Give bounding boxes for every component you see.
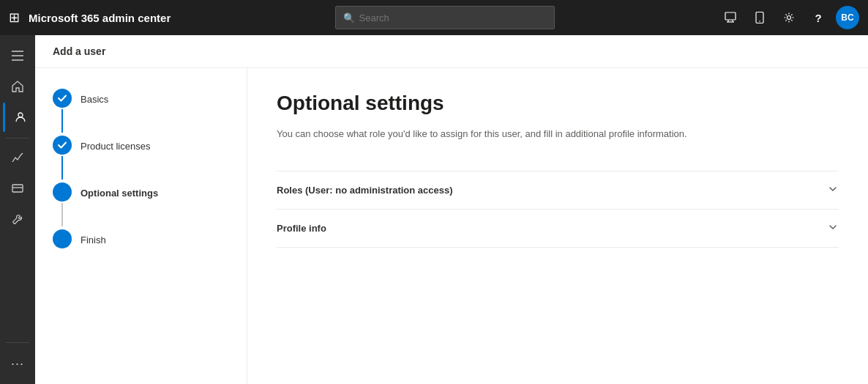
- phone-icon-button[interactable]: [748, 6, 771, 29]
- step-basics-label: Basics: [81, 91, 108, 105]
- help-text: ?: [815, 12, 821, 24]
- step-basics-circle: [53, 89, 72, 108]
- accordion-roles: Roles (User: no administration access): [277, 171, 839, 210]
- step-product-licenses-label: Product licenses: [81, 138, 150, 152]
- accordion-profile-info-label: Profile info: [277, 223, 326, 234]
- accordion-profile-info: Profile info: [277, 210, 839, 248]
- main-content-panel: Optional settings You can choose what ro…: [247, 68, 868, 384]
- svg-point-10: [18, 113, 23, 117]
- page-description: You can choose what role you'd like to a…: [277, 127, 789, 141]
- connector-2: [61, 156, 63, 180]
- sidebar-item-tools[interactable]: [3, 204, 32, 234]
- help-icon-button[interactable]: ?: [807, 6, 830, 29]
- main-layout: ··· Add a user Basics: [0, 35, 868, 384]
- accordion-roles-header[interactable]: Roles (User: no administration access): [277, 183, 839, 197]
- page-breadcrumb: Add a user: [35, 35, 868, 68]
- sidebar-more-divider: [6, 342, 29, 343]
- wizard-steps-panel: Basics Product licenses: [35, 68, 247, 384]
- page-body: Basics Product licenses: [35, 68, 868, 384]
- accordion-roles-label: Roles (User: no administration access): [277, 185, 453, 196]
- step-optional-settings-row: Optional settings: [53, 180, 229, 203]
- sidebar-divider-1: [6, 138, 29, 139]
- sidebar-item-home[interactable]: [3, 72, 32, 101]
- step-basics: Basics: [53, 86, 229, 133]
- accordion-profile-info-chevron-icon: [827, 221, 839, 235]
- page-title: Optional settings: [277, 92, 839, 115]
- sidebar-item-analytics[interactable]: [3, 143, 32, 172]
- sidebar-hamburger[interactable]: [3, 41, 32, 70]
- step-finish-label: Finish: [81, 232, 106, 245]
- accordion-profile-info-header[interactable]: Profile info: [277, 221, 839, 235]
- avatar[interactable]: BC: [836, 6, 859, 29]
- search-input[interactable]: [359, 12, 547, 23]
- search-icon: 🔍: [343, 12, 355, 23]
- connector-3: [61, 203, 63, 226]
- grid-icon[interactable]: ⊞: [9, 10, 20, 26]
- step-optional-settings: Optional settings: [53, 180, 229, 226]
- accordion-roles-chevron-icon: [827, 183, 839, 197]
- step-product-licenses-circle: [53, 136, 72, 155]
- sidebar-item-users[interactable]: [3, 103, 32, 132]
- svg-point-6: [787, 16, 790, 20]
- connector-1: [61, 109, 63, 133]
- sidebar-more-button[interactable]: ···: [3, 349, 32, 378]
- step-product-licenses: Product licenses: [53, 133, 229, 180]
- sidebar: ···: [0, 35, 35, 384]
- step-finish-circle: [53, 229, 72, 248]
- svg-point-5: [759, 21, 760, 22]
- step-basics-row: Basics: [53, 86, 229, 109]
- step-finish-row: Finish: [53, 226, 229, 250]
- step-optional-settings-circle: [53, 182, 72, 202]
- app-title: Microsoft 365 admin center: [29, 12, 171, 24]
- gear-icon-button[interactable]: [777, 6, 801, 29]
- step-product-licenses-row: Product licenses: [53, 133, 229, 156]
- step-finish: Finish: [53, 226, 229, 250]
- top-navigation: ⊞ Microsoft 365 admin center 🔍 ? BC: [0, 0, 868, 35]
- search-bar[interactable]: 🔍: [335, 6, 555, 29]
- sidebar-item-billing[interactable]: [3, 174, 32, 203]
- svg-rect-0: [725, 12, 736, 20]
- content-area: Add a user Basics: [35, 35, 868, 384]
- monitor-icon-button[interactable]: [719, 6, 742, 29]
- svg-rect-11: [12, 185, 23, 192]
- nav-icon-group: ? BC: [719, 6, 859, 29]
- breadcrumb-text: Add a user: [53, 45, 105, 57]
- step-optional-settings-label: Optional settings: [81, 185, 158, 199]
